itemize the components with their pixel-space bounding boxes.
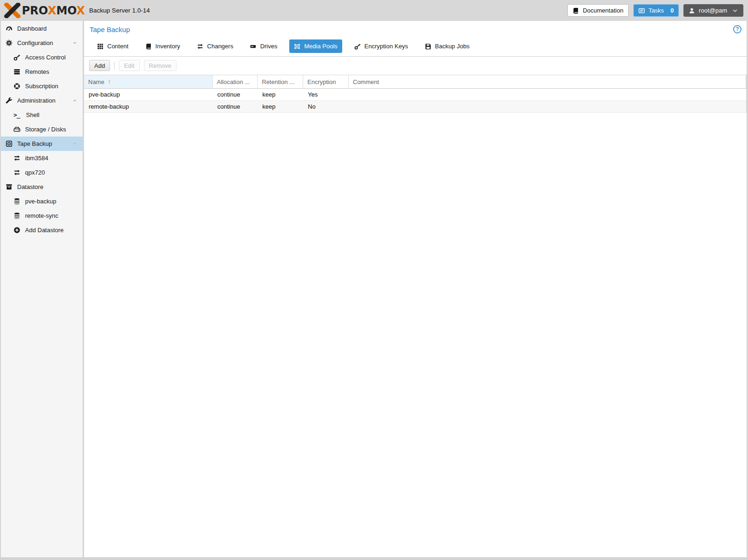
archive-box-icon (6, 183, 13, 190)
sidebar-item-pve-backup[interactable]: pve-backup (1, 194, 83, 208)
documentation-button[interactable]: Documentation (567, 4, 628, 17)
hdd-icon (13, 126, 20, 133)
cell-comment (349, 101, 746, 112)
sidebar-item-subscription[interactable]: Subscription (1, 79, 83, 93)
sidebar-item-dashboard[interactable]: Dashboard (1, 21, 83, 36)
exchange-arrows-icon (13, 155, 20, 162)
exchange-arrows-icon (197, 43, 203, 50)
tab-media-pools[interactable]: Media Pools (289, 39, 342, 53)
add-button[interactable]: Add (89, 60, 110, 71)
wrench-icon (6, 97, 13, 104)
cell-retention: keep (258, 101, 303, 112)
sidebar-item-access-control[interactable]: Access Control (1, 50, 83, 65)
cell-encryption: Yes (303, 89, 349, 100)
cell-retention: keep (258, 89, 303, 100)
book-icon (145, 43, 152, 50)
tab-encryption-keys[interactable]: Encryption Keys (350, 39, 413, 53)
sidebar-item-remote-sync[interactable]: remote-sync (1, 208, 83, 223)
book-icon (572, 7, 579, 14)
sidebar-item-qpx720[interactable]: qpx720 (1, 165, 83, 180)
sidebar-item-remotes[interactable]: Remotes (1, 65, 83, 79)
tab-backup-jobs[interactable]: Backup Jobs (420, 39, 474, 53)
key-icon (13, 54, 20, 61)
product-version-label: Backup Server 1.0-14 (89, 7, 150, 14)
tab-bar: Content Inventory Changers Drives Media … (84, 33, 747, 57)
tab-content[interactable]: Content (92, 39, 133, 53)
sidebar-item-administration[interactable]: Administration (1, 93, 83, 108)
tab-inventory[interactable]: Inventory (141, 39, 185, 53)
sidebar-item-ibm3584[interactable]: ibm3584 (1, 151, 83, 165)
chevron-down-icon (732, 7, 738, 14)
sidebar-nav: Dashboard Configuration Access Control R… (1, 21, 83, 557)
server-icon (13, 68, 20, 75)
table-row[interactable]: pve-backup continue keep Yes (84, 89, 746, 101)
tab-drives[interactable]: Drives (245, 39, 282, 53)
gears-icon (6, 39, 13, 46)
toolbar-separator (114, 62, 115, 70)
cell-name: pve-backup (84, 89, 213, 100)
object-group-icon (294, 43, 300, 50)
cell-comment (349, 89, 746, 100)
cell-allocation: continue (213, 101, 258, 112)
table-row[interactable]: remote-backup continue keep No (84, 101, 746, 113)
database-icon (13, 198, 20, 205)
content-panel: Tape Backup ? Content Inventory Changers (84, 21, 747, 557)
tape-icon (6, 140, 13, 147)
page-title: Tape Backup (84, 21, 747, 33)
cell-encryption: No (303, 101, 349, 112)
help-icon[interactable]: ? (733, 25, 741, 33)
table-header-row: Name ↑ Allocation ... Retention ... Encr… (84, 75, 746, 89)
user-menu-button[interactable]: root@pam (683, 4, 743, 17)
proxmox-x-icon (4, 3, 20, 18)
sidebar-item-storage-disks[interactable]: Storage / Disks (1, 122, 83, 137)
database-icon (13, 212, 20, 219)
plus-circle-icon (13, 227, 20, 234)
sidebar-item-add-datastore[interactable]: Add Datastore (1, 223, 83, 237)
column-header-name[interactable]: Name ↑ (84, 75, 213, 88)
user-icon (689, 7, 695, 14)
tasks-button[interactable]: Tasks 0 (633, 4, 679, 17)
topbar-actions: Documentation Tasks 0 root@pam (567, 4, 743, 17)
cell-name: remote-backup (84, 101, 213, 112)
caret-down-icon[interactable] (72, 98, 78, 104)
grid-toolbar: Add Edit Remove (84, 57, 747, 75)
sidebar-item-shell[interactable]: >_ Shell (1, 108, 83, 122)
sidebar-item-tape-backup[interactable]: Tape Backup (1, 137, 83, 151)
sidebar-item-datastore[interactable]: Datastore (1, 180, 83, 194)
remove-button[interactable]: Remove (144, 60, 176, 71)
edit-button[interactable]: Edit (119, 60, 139, 71)
tasks-list-icon (638, 7, 645, 14)
life-ring-icon (13, 83, 20, 90)
media-pools-table: Name ↑ Allocation ... Retention ... Encr… (84, 75, 747, 113)
tasks-count-badge: 0 (670, 7, 674, 14)
column-header-encryption[interactable]: Encryption (303, 75, 349, 88)
sort-ascending-icon: ↑ (108, 78, 111, 85)
gauge-icon (6, 25, 13, 32)
exchange-arrows-icon (13, 169, 20, 176)
proxmox-logo-text: PROXMOX (22, 5, 85, 16)
column-header-allocation[interactable]: Allocation ... (213, 75, 258, 88)
drive-icon (250, 43, 256, 50)
column-header-comment[interactable]: Comment (349, 75, 746, 88)
save-icon (425, 43, 431, 50)
app-window: PROXMOX Backup Server 1.0-14 Documentati… (0, 0, 748, 560)
key-icon (354, 43, 361, 50)
caret-down-icon[interactable] (72, 40, 78, 46)
proxmox-logo[interactable]: PROXMOX (4, 3, 85, 18)
cell-allocation: continue (213, 89, 258, 100)
top-header-bar: PROXMOX Backup Server 1.0-14 Documentati… (0, 0, 748, 21)
terminal-icon: >_ (13, 111, 21, 118)
column-header-retention[interactable]: Retention ... (258, 75, 303, 88)
tab-changers[interactable]: Changers (192, 39, 238, 53)
caret-down-icon[interactable] (72, 141, 78, 147)
sidebar-item-configuration[interactable]: Configuration (1, 36, 83, 50)
grid-icon (97, 43, 104, 50)
